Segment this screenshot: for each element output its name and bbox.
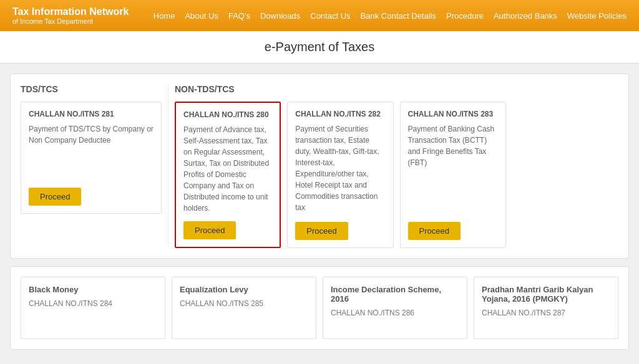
challan-item-281: CHALLAN NO./ITNS 281 Payment of TDS/TCS … bbox=[21, 102, 162, 214]
challan-desc-281: Payment of TDS/TCS by Company or Non Com… bbox=[29, 123, 154, 180]
bottom-item-challan-3: CHALLAN NO./ITNS 287 bbox=[482, 309, 610, 317]
tds-section-title: TDS/TCS bbox=[21, 84, 162, 94]
bottom-item-black-money: Black Money CHALLAN NO./ITNS 284 bbox=[21, 277, 165, 339]
challan-desc-283: Payment of Banking Cash Transaction Tax … bbox=[408, 123, 498, 214]
bottom-item-ids: Income Declaration Scheme, 2016 CHALLAN … bbox=[323, 277, 467, 339]
bottom-item-challan-1: CHALLAN NO./ITNS 285 bbox=[180, 299, 308, 308]
bottom-item-title-2: Income Declaration Scheme, 2016 bbox=[331, 285, 459, 304]
nav-downloads[interactable]: Downloads bbox=[260, 11, 300, 21]
brand: Tax Information Network of Income Tax De… bbox=[12, 6, 129, 25]
nav-faq[interactable]: FAQ's bbox=[228, 11, 250, 21]
bottom-item-title-3: Pradhan Mantri Garib Kalyan Yojana, 2016… bbox=[482, 285, 610, 304]
challan-number-281: CHALLAN NO./ITNS 281 bbox=[29, 110, 154, 118]
main-content: TDS/TCS CHALLAN NO./ITNS 281 Payment of … bbox=[0, 64, 639, 364]
challan-number-283: CHALLAN NO./ITNS 283 bbox=[408, 110, 498, 118]
main-nav: Home About Us FAQ's Downloads Contact Us… bbox=[154, 11, 627, 21]
nav-bank-contact[interactable]: Bank Contact Details bbox=[361, 11, 436, 21]
non-tds-section: NON-TDS/TCS CHALLAN NO./ITNS 280 Payment… bbox=[175, 84, 618, 248]
page-title: e-Payment of Taxes bbox=[0, 31, 639, 64]
challan-item-280: CHALLAN NO./ITNS 280 Payment of Advance … bbox=[175, 102, 281, 248]
challan-item-283: CHALLAN NO./ITNS 283 Payment of Banking … bbox=[400, 102, 506, 248]
bottom-section-card: Black Money CHALLAN NO./ITNS 284 Equaliz… bbox=[10, 266, 629, 350]
challan-desc-280: Payment of Advance tax, Self-Assessment … bbox=[183, 124, 272, 214]
top-section-card: TDS/TCS CHALLAN NO./ITNS 281 Payment of … bbox=[10, 74, 629, 259]
tds-section: TDS/TCS CHALLAN NO./ITNS 281 Payment of … bbox=[21, 84, 168, 248]
non-tds-section-title: NON-TDS/TCS bbox=[175, 84, 618, 94]
proceed-button-281[interactable]: Proceed bbox=[29, 188, 81, 206]
bottom-item-challan-2: CHALLAN NO./ITNS 286 bbox=[331, 309, 459, 317]
bottom-item-challan-0: CHALLAN NO./ITNS 284 bbox=[29, 299, 157, 308]
proceed-button-280[interactable]: Proceed bbox=[183, 221, 236, 239]
proceed-button-282[interactable]: Proceed bbox=[295, 222, 348, 240]
brand-subtitle: of Income Tax Department bbox=[12, 17, 129, 25]
challan-number-280: CHALLAN NO./ITNS 280 bbox=[183, 110, 272, 119]
nav-website-policies[interactable]: Website Policies bbox=[567, 11, 627, 21]
challan-number-282: CHALLAN NO./ITNS 282 bbox=[295, 110, 385, 118]
nav-home[interactable]: Home bbox=[154, 11, 175, 21]
proceed-button-283[interactable]: Proceed bbox=[408, 222, 461, 240]
brand-title: Tax Information Network bbox=[12, 6, 129, 17]
bottom-item-equalization: Equalization Levy CHALLAN NO./ITNS 285 bbox=[172, 277, 316, 339]
bottom-grid: Black Money CHALLAN NO./ITNS 284 Equaliz… bbox=[21, 277, 618, 339]
nav-about[interactable]: About Us bbox=[185, 11, 218, 21]
site-header: Tax Information Network of Income Tax De… bbox=[0, 0, 639, 31]
bottom-item-title-1: Equalization Levy bbox=[180, 285, 308, 294]
nav-authorized-banks[interactable]: Authorized Banks bbox=[494, 11, 557, 21]
challan-item-282: CHALLAN NO./ITNS 282 Payment of Securiti… bbox=[287, 102, 393, 248]
bottom-item-title-0: Black Money bbox=[29, 285, 157, 294]
bottom-item-pmgky: Pradhan Mantri Garib Kalyan Yojana, 2016… bbox=[474, 277, 618, 339]
nav-contact[interactable]: Contact Us bbox=[310, 11, 350, 21]
non-tds-grid: CHALLAN NO./ITNS 280 Payment of Advance … bbox=[175, 102, 618, 248]
challan-desc-282: Payment of Securities transaction tax, E… bbox=[295, 123, 385, 214]
nav-procedure[interactable]: Procedure bbox=[446, 11, 484, 21]
